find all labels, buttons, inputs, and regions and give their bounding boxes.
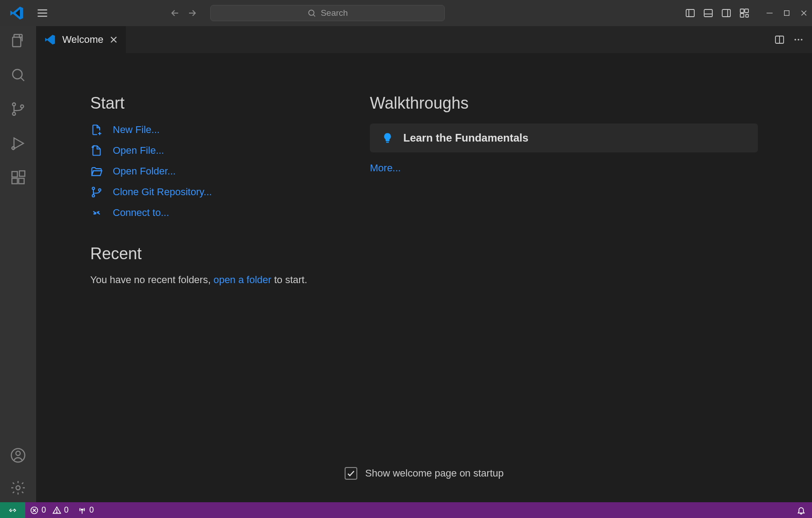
accounts-icon[interactable] bbox=[10, 447, 26, 463]
walkthroughs-more-link[interactable]: More... bbox=[370, 162, 401, 174]
walkthrough-fundamentals[interactable]: Learn the Fundamentals bbox=[370, 124, 758, 152]
layout-sidebar-right-icon[interactable] bbox=[721, 8, 732, 18]
status-ports-count: 0 bbox=[89, 505, 94, 515]
start-heading: Start bbox=[90, 94, 343, 113]
svg-point-31 bbox=[16, 486, 20, 490]
svg-rect-11 bbox=[740, 9, 744, 13]
svg-line-4 bbox=[314, 15, 315, 17]
new-file-link[interactable]: New File... bbox=[90, 124, 343, 136]
open-file-link[interactable]: Open File... bbox=[90, 144, 343, 157]
vscode-logo-icon bbox=[9, 5, 24, 21]
status-errors-count: 0 bbox=[42, 505, 46, 515]
split-editor-icon[interactable] bbox=[774, 34, 785, 45]
titlebar-right-controls bbox=[685, 8, 807, 18]
status-notifications[interactable] bbox=[792, 506, 812, 515]
open-folder-label: Open Folder... bbox=[113, 165, 175, 177]
svg-point-19 bbox=[13, 69, 22, 79]
svg-point-38 bbox=[801, 39, 803, 41]
more-actions-icon[interactable] bbox=[793, 34, 804, 45]
lightbulb-icon bbox=[382, 132, 393, 144]
svg-point-49 bbox=[56, 512, 57, 513]
search-input[interactable]: Search bbox=[210, 5, 445, 21]
open-folder-link[interactable]: Open Folder... bbox=[90, 165, 343, 178]
nav-forward-icon[interactable] bbox=[187, 8, 198, 18]
run-debug-icon[interactable] bbox=[10, 135, 26, 151]
vscode-tab-icon bbox=[44, 34, 56, 46]
search-icon bbox=[307, 9, 316, 18]
svg-point-30 bbox=[16, 451, 20, 456]
title-bar: Search bbox=[0, 0, 812, 26]
clone-repo-icon bbox=[90, 186, 103, 198]
new-file-icon bbox=[90, 124, 103, 136]
svg-rect-9 bbox=[722, 9, 730, 17]
settings-gear-icon[interactable] bbox=[10, 480, 26, 496]
walkthroughs-heading: Walkthroughs bbox=[370, 94, 758, 113]
welcome-page: Start New File... Open File... Open F bbox=[36, 53, 812, 502]
nav-back-icon[interactable] bbox=[170, 8, 180, 18]
layout-sidebar-left-icon[interactable] bbox=[685, 8, 696, 18]
svg-rect-5 bbox=[686, 9, 694, 17]
tab-welcome[interactable]: Welcome bbox=[36, 26, 126, 53]
connect-to-link[interactable]: Connect to... bbox=[90, 206, 343, 219]
recent-heading: Recent bbox=[90, 244, 343, 263]
status-problems[interactable]: 0 0 bbox=[25, 505, 73, 515]
svg-rect-26 bbox=[12, 179, 18, 184]
search-activity-icon[interactable] bbox=[10, 67, 26, 83]
status-ports[interactable]: 0 bbox=[73, 505, 98, 515]
connect-to-icon bbox=[90, 206, 103, 219]
explorer-icon[interactable] bbox=[10, 32, 26, 49]
layout-panel-bottom-icon[interactable] bbox=[703, 8, 714, 18]
editor-area: Welcome Start bbox=[36, 26, 812, 502]
svg-point-41 bbox=[92, 187, 94, 189]
svg-rect-13 bbox=[740, 14, 744, 17]
svg-point-3 bbox=[309, 10, 314, 15]
status-bar: 0 0 0 bbox=[0, 502, 812, 518]
main-area: Welcome Start bbox=[0, 26, 812, 502]
source-control-icon[interactable] bbox=[10, 101, 26, 117]
svg-line-20 bbox=[21, 78, 24, 81]
svg-rect-44 bbox=[386, 142, 389, 143]
recent-suffix: to start. bbox=[272, 274, 307, 285]
clone-repo-link[interactable]: Clone Git Repository... bbox=[90, 186, 343, 198]
warning-icon bbox=[52, 506, 61, 515]
open-folder-icon bbox=[90, 165, 103, 178]
status-warnings-count: 0 bbox=[64, 505, 69, 515]
radio-tower-icon bbox=[78, 506, 87, 515]
bell-icon bbox=[797, 506, 806, 515]
svg-rect-14 bbox=[746, 14, 748, 17]
svg-point-24 bbox=[12, 147, 15, 150]
svg-point-43 bbox=[98, 189, 101, 191]
maximize-button[interactable] bbox=[783, 9, 790, 17]
extensions-icon[interactable] bbox=[10, 170, 26, 186]
remote-icon bbox=[8, 506, 17, 515]
remote-indicator[interactable] bbox=[0, 502, 25, 518]
window-controls bbox=[766, 9, 807, 17]
hamburger-menu-icon[interactable] bbox=[36, 7, 49, 19]
search-placeholder: Search bbox=[321, 8, 348, 18]
tab-label: Welcome bbox=[62, 34, 103, 46]
svg-point-22 bbox=[13, 112, 16, 115]
svg-rect-28 bbox=[19, 171, 25, 176]
editor-tabs: Welcome bbox=[36, 26, 812, 53]
svg-point-23 bbox=[21, 105, 24, 108]
show-welcome-label: Show welcome page on startup bbox=[365, 468, 504, 479]
svg-point-36 bbox=[794, 39, 796, 41]
layout-customize-icon[interactable] bbox=[739, 8, 750, 18]
show-welcome-checkbox[interactable] bbox=[345, 467, 357, 480]
svg-rect-25 bbox=[12, 172, 18, 177]
svg-rect-7 bbox=[704, 9, 712, 17]
check-icon bbox=[346, 469, 355, 478]
open-a-folder-link[interactable]: open a folder bbox=[213, 274, 271, 285]
svg-rect-27 bbox=[19, 179, 24, 184]
recent-prefix: You have no recent folders, bbox=[90, 274, 213, 285]
activity-bar bbox=[0, 26, 36, 502]
svg-rect-16 bbox=[784, 11, 789, 16]
minimize-button[interactable] bbox=[766, 9, 773, 17]
close-window-button[interactable] bbox=[800, 9, 807, 17]
svg-point-21 bbox=[13, 103, 16, 106]
show-welcome-on-startup: Show welcome page on startup bbox=[345, 467, 504, 493]
tab-close-icon[interactable] bbox=[110, 36, 118, 44]
svg-rect-12 bbox=[745, 9, 748, 13]
connect-to-label: Connect to... bbox=[113, 207, 169, 219]
clone-repo-label: Clone Git Repository... bbox=[113, 186, 212, 198]
